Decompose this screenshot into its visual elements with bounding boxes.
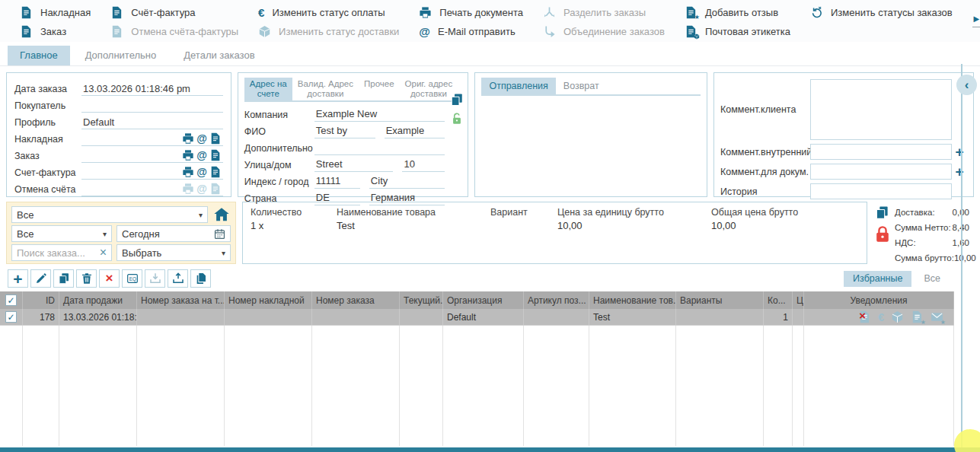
collapse-panel-button[interactable]: ‹ xyxy=(956,75,977,95)
delivery-note-field[interactable]: @ xyxy=(81,132,223,146)
col-quantity[interactable]: Ко... xyxy=(764,291,793,309)
email-at-icon[interactable]: @ xyxy=(196,150,207,161)
tab-valid-shipping-address[interactable]: Валид. Адрес доставки xyxy=(292,78,359,100)
euro-icon[interactable]: € xyxy=(878,312,884,323)
tab-main[interactable]: Главное xyxy=(8,46,70,65)
document-icon[interactable] xyxy=(209,149,222,161)
profile-field[interactable]: Default xyxy=(81,116,223,129)
house-number-field[interactable]: 10 xyxy=(402,158,445,172)
tab-favorites[interactable]: Избранные xyxy=(844,271,911,287)
country-name-field[interactable]: Германия xyxy=(369,192,445,205)
street-field[interactable]: Street xyxy=(314,158,394,172)
city-field[interactable]: City xyxy=(369,175,445,189)
toolbar-mail-label-button[interactable]: Почтовая этикетка xyxy=(685,24,790,38)
toolbar-merge-orders-button[interactable]: Объединение заказов xyxy=(543,24,665,38)
print-icon[interactable] xyxy=(182,149,194,161)
col-article[interactable]: Артикул поз... xyxy=(524,291,589,309)
order-item-row[interactable]: 1 x Test 10,00 10,00 xyxy=(251,220,859,231)
col-sale-date[interactable]: Дата продажи xyxy=(59,291,137,309)
add-internal-comment-button[interactable]: + xyxy=(952,145,967,159)
add-document-comment-button[interactable]: + xyxy=(952,164,967,179)
print-icon[interactable] xyxy=(182,166,194,178)
status-filter-dropdown[interactable]: Все ▾ xyxy=(11,206,208,223)
delete-order-button[interactable] xyxy=(76,269,97,288)
toolbar-delivery-note-button[interactable]: Накладная xyxy=(20,5,91,19)
col-organization[interactable]: Организация xyxy=(443,291,524,309)
internal-comment-input[interactable] xyxy=(810,144,952,160)
order-doc-field[interactable]: @ xyxy=(81,149,223,163)
customer-comment-textarea[interactable] xyxy=(810,79,952,140)
first-name-field[interactable]: Test by xyxy=(314,125,375,138)
col-delivery-note-number[interactable]: Номер накладной xyxy=(225,291,312,309)
col-product-name[interactable]: Наименование тов... xyxy=(589,291,676,309)
tab-shipments[interactable]: Отправления xyxy=(481,78,555,94)
select-all-checkbox[interactable]: ✓ xyxy=(5,294,17,306)
export-button[interactable] xyxy=(168,269,188,288)
zip-field[interactable]: 11111 xyxy=(314,175,360,189)
add-order-button[interactable]: + xyxy=(8,269,28,288)
toolbar-cancel-invoice-button[interactable]: Отмена счёта-фактуры xyxy=(110,24,238,38)
doc-cancel-icon[interactable]: × xyxy=(858,310,871,323)
tab-additional[interactable]: Дополнительно xyxy=(73,46,169,65)
order-table-row[interactable]: ✓ 178 13.03.2026 01:18:... Default Test … xyxy=(0,309,954,326)
package-icon[interactable] xyxy=(891,310,904,323)
print-icon[interactable] xyxy=(182,132,194,145)
envelope-star-icon[interactable]: ★ xyxy=(931,310,943,323)
search-table-button[interactable] xyxy=(122,269,142,288)
doc-star-icon[interactable]: ★ xyxy=(911,310,924,323)
tasks-link[interactable]: ▶ Tasks xyxy=(972,13,980,27)
col-platform-order-number[interactable]: Номер заказа на т... xyxy=(137,291,225,309)
document-icon[interactable] xyxy=(209,166,222,178)
email-at-icon[interactable]: @ xyxy=(196,167,207,177)
date-filter-field[interactable]: Сегодня xyxy=(117,225,231,242)
company-field[interactable]: Example New xyxy=(314,108,445,122)
copy-address-icon[interactable] xyxy=(450,93,464,107)
order-date-field[interactable]: 13.03.2026 01:18:46 pm xyxy=(81,82,223,96)
col-order-number[interactable]: Номер заказа xyxy=(312,291,400,309)
clear-search-icon[interactable]: × xyxy=(100,247,107,259)
col-id[interactable]: ID xyxy=(23,291,59,309)
toolbar-split-orders-button[interactable]: Разделить заказы xyxy=(543,5,665,19)
toolbar-change-order-statuses-button[interactable]: Изменить статусы заказов xyxy=(810,5,953,19)
order-search-input[interactable] xyxy=(17,247,100,259)
additional-field[interactable] xyxy=(314,142,445,155)
toolbar-send-email-button[interactable]: @ E-Mail отправить xyxy=(419,24,523,38)
tab-original-shipping-address[interactable]: Ориг. адрес доставки xyxy=(400,78,458,100)
type-filter-dropdown[interactable]: Все ▾ xyxy=(11,225,112,242)
unlock-icon[interactable] xyxy=(451,113,463,126)
col-current-status[interactable]: Текущий... xyxy=(400,291,443,309)
toolbar-print-document-button[interactable]: Печать документа xyxy=(419,5,523,19)
totals-lock-icon[interactable] xyxy=(874,225,891,244)
edit-order-button[interactable] xyxy=(30,269,51,288)
email-at-icon[interactable]: @ xyxy=(196,133,207,144)
tab-returns[interactable]: Возврат xyxy=(556,78,607,94)
document-icon[interactable] xyxy=(209,132,222,145)
home-icon[interactable] xyxy=(212,206,231,223)
duplicate-sheet-button[interactable] xyxy=(190,269,211,288)
country-code-field[interactable]: DE xyxy=(314,192,360,205)
col-variants[interactable]: Варианты xyxy=(676,291,764,309)
col-notifications[interactable]: Уведомления xyxy=(804,291,954,309)
toolbar-change-payment-status-button[interactable]: € Изменить статус оплаты xyxy=(258,5,399,19)
last-name-field[interactable]: Example xyxy=(385,125,445,138)
invoice-field[interactable]: @ xyxy=(81,166,223,180)
toolbar-change-delivery-status-button[interactable]: Изменить статус доставки xyxy=(258,24,399,38)
invoice-cancel-field[interactable]: @ xyxy=(81,183,223,196)
cancel-order-button[interactable]: × xyxy=(99,269,120,288)
right-splitter[interactable] xyxy=(961,64,962,447)
toolbar-invoice-button[interactable]: Счёт-фактура xyxy=(110,5,238,19)
select-filter-dropdown[interactable]: Выбрать ▾ xyxy=(117,244,231,261)
customer-field[interactable] xyxy=(81,99,223,113)
toolbar-add-review-button[interactable]: ★ Добавить отзыв xyxy=(685,5,790,19)
tab-other[interactable]: Прочее xyxy=(359,78,400,100)
document-comment-input[interactable] xyxy=(810,164,952,180)
copy-order-button[interactable] xyxy=(53,269,74,288)
history-input[interactable] xyxy=(810,183,952,199)
toolbar-order-button[interactable]: Заказ xyxy=(20,24,91,38)
calendar-icon[interactable] xyxy=(214,228,225,240)
tab-billing-address[interactable]: Адрес на счете xyxy=(244,78,292,100)
row-checkbox[interactable]: ✓ xyxy=(5,311,17,323)
tab-all[interactable]: Все xyxy=(915,271,950,287)
totals-document-icon[interactable] xyxy=(875,205,889,220)
tab-order-details[interactable]: Детали заказов xyxy=(171,46,267,65)
